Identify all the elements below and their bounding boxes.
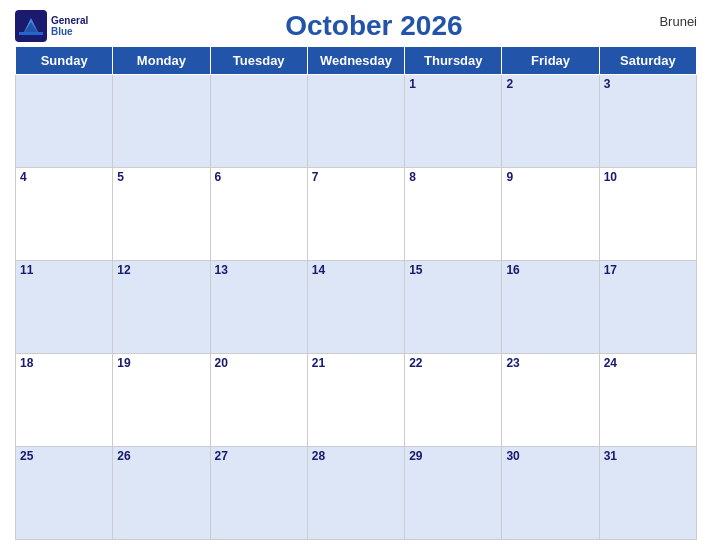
calendar-cell: 26 [113,447,210,540]
day-number: 27 [215,449,303,463]
calendar-cell: 8 [405,168,502,261]
calendar-cell: 29 [405,447,502,540]
day-number: 1 [409,77,497,91]
header-monday: Monday [113,47,210,75]
day-number: 10 [604,170,692,184]
weekday-header-row: Sunday Monday Tuesday Wednesday Thursday… [16,47,697,75]
calendar-cell: 11 [16,261,113,354]
calendar-week-2: 45678910 [16,168,697,261]
svg-rect-3 [19,32,43,35]
day-number: 23 [506,356,594,370]
calendar-cell: 1 [405,75,502,168]
calendar-week-5: 25262728293031 [16,447,697,540]
calendar-header: General Blue October 2026 Brunei [15,10,697,42]
calendar-cell: 20 [210,354,307,447]
day-number: 8 [409,170,497,184]
header-wednesday: Wednesday [307,47,404,75]
day-number: 17 [604,263,692,277]
calendar-cell: 14 [307,261,404,354]
day-number: 12 [117,263,205,277]
calendar-title: October 2026 [285,10,462,42]
day-number: 16 [506,263,594,277]
calendar-cell: 5 [113,168,210,261]
calendar-cell: 3 [599,75,696,168]
calendar-cell: 27 [210,447,307,540]
calendar-cell: 31 [599,447,696,540]
day-number: 9 [506,170,594,184]
day-number: 25 [20,449,108,463]
day-number: 13 [215,263,303,277]
logo-general: General [51,15,88,26]
calendar-cell: 18 [16,354,113,447]
calendar-cell: 25 [16,447,113,540]
day-number: 30 [506,449,594,463]
day-number: 11 [20,263,108,277]
logo: General Blue [15,10,88,42]
calendar-cell: 2 [502,75,599,168]
calendar-cell: 30 [502,447,599,540]
calendar-cell: 24 [599,354,696,447]
logo-icon [15,10,47,42]
day-number: 15 [409,263,497,277]
day-number: 31 [604,449,692,463]
calendar-cell: 13 [210,261,307,354]
calendar-cell: 12 [113,261,210,354]
calendar-cell: 16 [502,261,599,354]
calendar-cell: 6 [210,168,307,261]
calendar-cell: 22 [405,354,502,447]
day-number: 14 [312,263,400,277]
day-number: 3 [604,77,692,91]
calendar-cell: 19 [113,354,210,447]
calendar-cell [16,75,113,168]
day-number: 29 [409,449,497,463]
calendar-cell: 23 [502,354,599,447]
day-number: 4 [20,170,108,184]
calendar-week-3: 11121314151617 [16,261,697,354]
day-number: 26 [117,449,205,463]
header-sunday: Sunday [16,47,113,75]
calendar-cell: 15 [405,261,502,354]
header-saturday: Saturday [599,47,696,75]
day-number: 5 [117,170,205,184]
day-number: 6 [215,170,303,184]
calendar-week-1: 123 [16,75,697,168]
day-number: 2 [506,77,594,91]
calendar-cell [113,75,210,168]
day-number: 22 [409,356,497,370]
calendar-table: Sunday Monday Tuesday Wednesday Thursday… [15,46,697,540]
header-thursday: Thursday [405,47,502,75]
calendar-week-4: 18192021222324 [16,354,697,447]
country-label: Brunei [659,10,697,29]
calendar-cell: 9 [502,168,599,261]
day-number: 18 [20,356,108,370]
logo-text: General Blue [51,15,88,37]
calendar-cell: 21 [307,354,404,447]
day-number: 24 [604,356,692,370]
calendar-cell: 10 [599,168,696,261]
day-number: 20 [215,356,303,370]
day-number: 21 [312,356,400,370]
day-number: 28 [312,449,400,463]
header-tuesday: Tuesday [210,47,307,75]
logo-blue: Blue [51,26,88,37]
calendar-cell: 28 [307,447,404,540]
calendar-cell [210,75,307,168]
day-number: 19 [117,356,205,370]
calendar-cell: 4 [16,168,113,261]
header-friday: Friday [502,47,599,75]
calendar-cell: 7 [307,168,404,261]
day-number: 7 [312,170,400,184]
calendar-cell [307,75,404,168]
calendar-cell: 17 [599,261,696,354]
